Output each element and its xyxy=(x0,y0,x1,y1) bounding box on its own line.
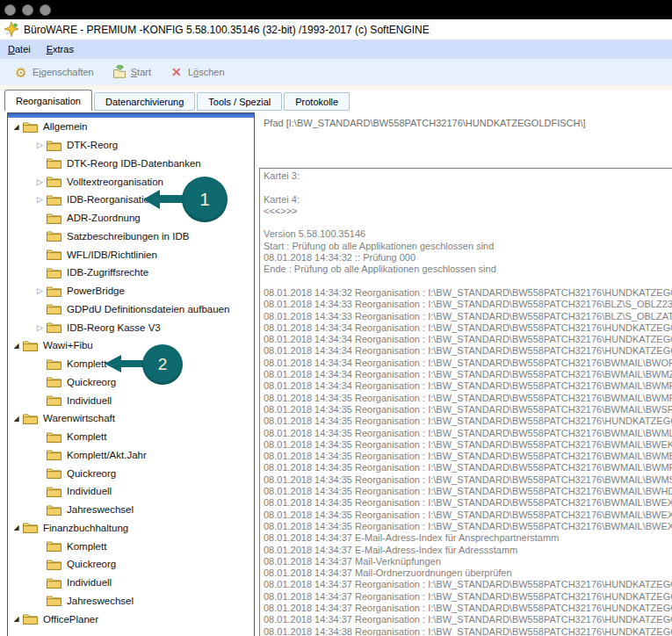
folder-icon xyxy=(47,394,63,406)
log-line: 08.01.2018 14:34:33 Reorganisation : I:\… xyxy=(264,311,672,322)
tree-item[interactable]: Komplett xyxy=(8,428,254,446)
tree-item[interactable]: Warenwirtschaft xyxy=(8,409,254,428)
log-line: Start : Prüfung ob alle Applikationen ge… xyxy=(264,241,672,252)
expander-icon[interactable] xyxy=(10,342,23,350)
tree-item[interactable]: IDB-Reorg Kasse V3 xyxy=(8,318,254,336)
expander-icon[interactable] xyxy=(33,286,47,295)
log-line xyxy=(264,217,672,228)
title-bar: BüroWARE - PREMIUM -KONFIG 5.58.100.3514… xyxy=(0,19,672,40)
tree-item[interactable]: OfficePlaner xyxy=(8,610,254,628)
menu-datei[interactable]: Datei xyxy=(0,42,39,56)
tree-item[interactable]: PowerBridge xyxy=(8,282,254,300)
start-label: Start xyxy=(131,67,151,77)
log-line: 08.01.2018 14:34:34 Reorganisation : I:\… xyxy=(264,380,672,392)
log-line: 08.01.2018 14:34:35 Reorganisation : I:\… xyxy=(264,393,672,404)
expander-icon[interactable] xyxy=(33,177,47,186)
folder-icon xyxy=(23,413,40,424)
tab-tools-spezial[interactable]: Tools / Spezial xyxy=(197,92,282,111)
log-line xyxy=(264,276,672,287)
tree-item[interactable]: WFL/IDB/Richtlinien xyxy=(8,245,254,264)
log-line: 08.01.2018 14:34:35 Reorganisation : I:\… xyxy=(264,497,672,509)
tree-item[interactable]: Quickreorg xyxy=(8,373,254,392)
folder-icon xyxy=(23,340,40,351)
expander-icon[interactable] xyxy=(10,415,23,423)
folder-icon xyxy=(47,595,63,606)
loeschen-button[interactable]: ✕ Löschen xyxy=(164,62,229,83)
log-line: 08.01.2018 14:34:37 Reorganisation : I:\… xyxy=(264,579,672,590)
log-line: Kartei 4: xyxy=(264,194,672,206)
delete-x-icon: ✕ xyxy=(169,65,184,80)
tree-item[interactable]: Jahreswechsel xyxy=(8,501,254,519)
window-chrome-bar xyxy=(0,0,672,19)
tab-reorganisation[interactable]: Reorganisation xyxy=(4,90,92,111)
expander-icon[interactable] xyxy=(10,123,23,131)
window-close-button[interactable] xyxy=(4,4,16,16)
expander-icon[interactable] xyxy=(10,615,23,623)
tree-item[interactable]: DTK-Reorg IDB-Datenbanken xyxy=(8,155,254,173)
log-line: 08.01.2018 14:34:34 Reorganisation : I:\… xyxy=(264,358,672,369)
tree-item[interactable]: GDPdU Definitionsdateien aufbauen xyxy=(8,300,254,319)
log-line: 08.01.2018 14:34:34 Reorganisation : I:\… xyxy=(264,322,672,334)
tree-item[interactable]: Quickreorg xyxy=(8,555,254,574)
tree-item[interactable]: Komplett/Akt.Jahr xyxy=(8,446,254,465)
log-line: Kartei 3: xyxy=(264,170,672,182)
folder-icon xyxy=(47,467,63,479)
tree-item[interactable]: Individuell xyxy=(8,482,254,501)
start-folder-icon xyxy=(112,65,127,80)
log-line xyxy=(264,182,672,193)
folder-icon xyxy=(47,431,63,443)
tree-item[interactable]: IDB-Zugriffsrechte xyxy=(8,264,254,282)
log-line: 08.01.2018 14:34:35 Reorganisation : I:\… xyxy=(264,451,672,462)
callout-2-badge: 2 xyxy=(142,344,183,385)
log-line: 08.01.2018 14:34:34 Reorganisation : I:\… xyxy=(264,345,672,357)
tree-item[interactable]: Jahreswechsel xyxy=(8,592,254,611)
menu-extras[interactable]: Extras xyxy=(39,42,82,56)
expander-icon[interactable] xyxy=(33,141,47,149)
folder-icon xyxy=(47,230,63,242)
log-line: 08.01.2018 14:34:35 Reorganisation : I:\… xyxy=(264,486,672,497)
window-zoom-button[interactable] xyxy=(40,4,51,16)
start-button[interactable]: Start xyxy=(107,62,155,83)
tab-protokolle[interactable]: Protokolle xyxy=(284,92,350,111)
eigenschaften-label: Eigenschaften xyxy=(33,67,94,77)
log-line: 08.01.2018 14:34:35 Reorganisation : I:\… xyxy=(264,416,672,427)
eigenschaften-button[interactable]: ⚙ Eigenschaften xyxy=(9,62,98,83)
folder-icon xyxy=(47,504,63,516)
folder-icon xyxy=(47,285,63,297)
window-minimize-button[interactable] xyxy=(22,4,33,16)
tree-item[interactable]: Wawi+Fibu xyxy=(8,336,254,355)
tree-item[interactable]: Individuell xyxy=(8,574,254,592)
log-line: 08.01.2018 14:34:37 E-Mail-Adress-Index … xyxy=(264,545,672,556)
log-line: 08.01.2018 14:34:34 Reorganisation : I:\… xyxy=(264,334,672,345)
callout-1-arrowhead xyxy=(143,190,160,209)
log-line: 08.01.2018 14:34:35 Reorganisation : I:\… xyxy=(264,510,672,521)
log-line: Version 5.58.100.35146 xyxy=(264,228,672,240)
tree-item[interactable]: DTK-Reorg xyxy=(8,136,254,155)
tree-item[interactable]: Finanzbuchhaltung xyxy=(8,519,254,538)
tree-item[interactable]: Allgemein xyxy=(8,118,254,136)
tree-item[interactable]: Individuell xyxy=(8,391,254,409)
tree-item[interactable]: Satzbeschreibungen in IDB xyxy=(8,228,254,246)
expander-icon[interactable] xyxy=(10,524,23,531)
log-line: 08.01.2018 14:34:35 Reorganisation : I:\… xyxy=(264,521,672,532)
expander-icon[interactable] xyxy=(33,323,47,332)
folder-icon xyxy=(47,267,63,278)
log-line: 08.01.2018 14:34:35 Reorganisation : I:\… xyxy=(264,439,672,451)
tree-item[interactable]: Komplett xyxy=(8,537,254,555)
folder-icon xyxy=(47,358,63,370)
expander-icon[interactable] xyxy=(33,195,47,204)
folder-icon xyxy=(47,157,63,169)
folder-icon xyxy=(23,121,40,133)
folder-icon xyxy=(47,559,63,570)
folder-icon xyxy=(47,577,63,589)
log-line: 08.01.2018 14:34:35 Reorganisation : I:\… xyxy=(264,428,672,439)
log-line: 08.01.2018 14:34:37 Mail-Verknüpfungen xyxy=(264,556,672,567)
tab-datenarchivierung[interactable]: Datenarchivierung xyxy=(94,92,195,111)
folder-icon xyxy=(47,449,63,460)
tree-item[interactable]: Quickreorg xyxy=(8,464,254,482)
protocol-log-box[interactable]: Kartei 3: Kartei 4: <<<>>> Version 5.58.… xyxy=(259,168,672,636)
folder-icon xyxy=(47,322,63,333)
app-icon xyxy=(4,22,19,37)
log-line: 08.01.2018 14:34:35 Reorganisation : I:\… xyxy=(264,462,672,473)
log-line: 08.01.2018 14:34:37 Reorganisation : I:\… xyxy=(264,614,672,625)
